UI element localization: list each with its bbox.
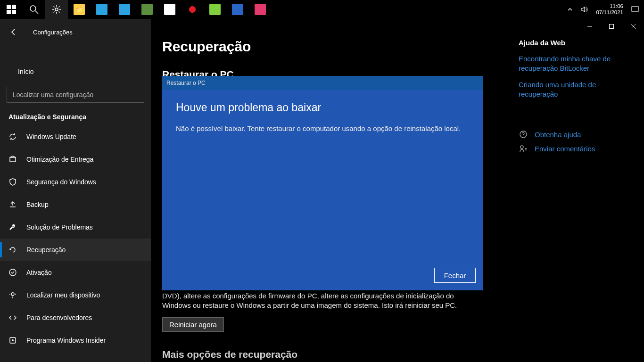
sidebar-item-label: Otimização de Entrega	[26, 156, 93, 163]
app-icon	[255, 4, 266, 15]
start-button[interactable]	[0, 0, 23, 19]
modal-heading: Houve um problema ao baixar	[176, 101, 469, 114]
svg-point-15	[9, 269, 16, 276]
svg-rect-3	[12, 10, 16, 14]
sidebar-section-header: Atualização e Segurança	[0, 103, 151, 125]
help-link-bitlocker[interactable]: Encontrando minha chave de recuperação B…	[519, 54, 636, 73]
sync-icon	[8, 132, 17, 141]
feedback-icon	[519, 144, 528, 153]
tray-chevron-icon[interactable]	[564, 0, 576, 19]
app-icon	[96, 4, 107, 15]
modal-close-button[interactable]: Fechar	[434, 268, 476, 283]
more-recovery-heading: Mais opções de recuperação	[162, 349, 297, 360]
taskbar-right: 11:06 07/11/2021	[564, 0, 644, 19]
window-controls	[579, 19, 644, 34]
sidebar-item-label: Backup	[26, 201, 49, 208]
insider-icon	[8, 336, 17, 345]
help-icon	[519, 130, 528, 139]
volume-icon[interactable]	[578, 0, 590, 19]
folder-icon: 📁	[74, 4, 85, 15]
sidebar-search-wrap	[0, 83, 151, 103]
feedback-label: Enviar comentários	[535, 145, 595, 153]
settings-taskbar-button[interactable]	[45, 0, 68, 19]
modal-title: Restaurar o PC	[162, 76, 483, 90]
help-sidebar: Ajuda da Web Encontrando minha chave de …	[519, 19, 644, 153]
clock[interactable]: 11:06 07/11/2021	[592, 3, 627, 16]
svg-rect-0	[7, 5, 11, 9]
sidebar-item-developers[interactable]: Para desenvolvedores	[0, 306, 151, 329]
app-taskbar-button-7[interactable]	[249, 0, 272, 19]
sidebar-item-label: Ativação	[26, 269, 52, 276]
svg-point-20	[520, 146, 523, 148]
app-taskbar-button-6[interactable]	[226, 0, 249, 19]
sidebar-header: Configurações	[0, 23, 151, 41]
sidebar-item-label: Para desenvolvedores	[26, 314, 92, 321]
app-taskbar-button-2[interactable]	[113, 0, 136, 19]
svg-rect-1	[12, 5, 16, 9]
opera-taskbar-button[interactable]	[181, 0, 204, 19]
help-link-recovery-drive[interactable]: Criando uma unidade de recuperação	[519, 80, 636, 99]
location-icon	[8, 291, 17, 299]
sidebar-item-label: Segurança do Windows	[26, 178, 96, 186]
svg-rect-14	[10, 157, 16, 162]
sidebar-item-backup[interactable]: Backup	[0, 193, 151, 216]
sidebar-item-label: Solução de Problemas	[26, 223, 93, 231]
notifications-icon[interactable]	[629, 0, 641, 19]
advanced-startup-text: DVD), altere as configurações de firmwar…	[162, 291, 464, 311]
svg-point-16	[11, 293, 14, 296]
recovery-icon	[8, 246, 17, 254]
sidebar-item-label: Programa Windows Insider	[26, 337, 106, 344]
backup-icon	[8, 200, 17, 209]
app-taskbar-button-5[interactable]	[204, 0, 226, 19]
search-taskbar-button[interactable]	[23, 0, 45, 19]
svg-line-5	[35, 11, 38, 14]
sidebar-item-find-device[interactable]: Localizar meu dispositivo	[0, 284, 151, 306]
app-icon	[209, 4, 221, 15]
sidebar-item-label: Recuperação	[26, 246, 66, 254]
svg-rect-9	[610, 25, 614, 29]
close-button[interactable]	[622, 19, 644, 34]
minecraft-icon	[141, 4, 153, 15]
taskbar: 📁 11:06 07/11/2021	[0, 0, 644, 19]
app-icon	[119, 4, 130, 15]
sidebar-item-troubleshoot[interactable]: Solução de Problemas	[0, 216, 151, 239]
feedback-row[interactable]: Enviar comentários	[519, 144, 636, 153]
clock-time: 11:06	[596, 3, 623, 9]
app-taskbar-button-4[interactable]	[158, 0, 181, 19]
check-icon	[8, 268, 17, 277]
sidebar-item-insider[interactable]: Programa Windows Insider	[0, 329, 151, 352]
app-icon	[164, 4, 175, 15]
clock-date: 07/11/2021	[596, 9, 623, 16]
sidebar-home[interactable]: Início	[0, 60, 151, 83]
svg-point-4	[30, 6, 36, 11]
shield-icon	[8, 178, 17, 186]
app-taskbar-button-3[interactable]	[136, 0, 158, 19]
file-explorer-taskbar-button[interactable]: 📁	[68, 0, 91, 19]
sidebar-item-windows-security[interactable]: Segurança do Windows	[0, 171, 151, 193]
help-heading: Ajuda da Web	[519, 39, 636, 47]
modal-body: Houve um problema ao baixar Não é possív…	[162, 90, 483, 290]
get-help-label: Obtenha ajuda	[535, 131, 581, 139]
app-taskbar-button-1[interactable]	[91, 0, 113, 19]
sidebar-home-label: Início	[18, 68, 33, 75]
get-help-row[interactable]: Obtenha ajuda	[519, 130, 636, 139]
back-button[interactable]	[8, 28, 19, 36]
opera-icon	[187, 4, 198, 15]
modal-message: Não é possível baixar. Tente restaurar o…	[176, 124, 469, 132]
svg-rect-7	[632, 7, 638, 11]
sidebar-item-label: Localizar meu dispositivo	[26, 291, 100, 299]
svg-point-6	[55, 8, 58, 11]
svg-point-18	[12, 339, 14, 341]
search-input[interactable]	[7, 87, 144, 103]
svg-rect-2	[7, 10, 11, 14]
restart-now-button[interactable]: Reiniciar agora	[162, 317, 224, 332]
sidebar-item-recovery[interactable]: Recuperação	[0, 239, 151, 261]
settings-sidebar: Configurações Início Atualização e Segur…	[0, 19, 151, 362]
maximize-button[interactable]	[601, 19, 622, 34]
delivery-icon	[8, 155, 17, 164]
sidebar-item-activation[interactable]: Ativação	[0, 261, 151, 284]
window-title: Configurações	[33, 29, 73, 36]
sidebar-item-windows-update[interactable]: Windows Update	[0, 125, 151, 148]
minimize-button[interactable]	[579, 19, 601, 34]
sidebar-item-delivery-optimization[interactable]: Otimização de Entrega	[0, 148, 151, 171]
